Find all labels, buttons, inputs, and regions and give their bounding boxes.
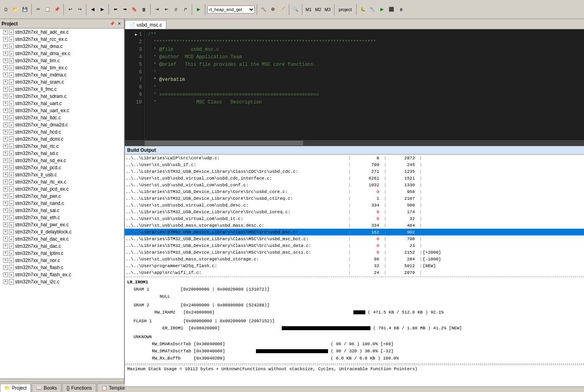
build-scrollbar[interactable] bbox=[125, 386, 584, 392]
tree-item[interactable]: + c stm32h7xx_hal_hcd.c bbox=[0, 128, 124, 136]
build-row[interactable]: ..\..\User\st_usb\usbd_mass_storage\usbd… bbox=[125, 256, 584, 262]
tree-expand-icon[interactable]: + bbox=[3, 87, 8, 92]
tree-expand-icon[interactable]: + bbox=[3, 194, 8, 199]
tree-item[interactable]: + c stm32h7xx_hal_dma2d.c bbox=[0, 121, 124, 128]
mem1-button[interactable]: M1 bbox=[304, 5, 313, 14]
undo-button[interactable]: ↩ bbox=[66, 5, 74, 14]
bottom-tab-functions[interactable]: {}Functions bbox=[62, 383, 96, 392]
tree-item[interactable]: + c stm32h7xx_hal_sai.c bbox=[0, 207, 124, 214]
tree-item[interactable]: + c stm32h7xx_hal_uart.c bbox=[0, 100, 124, 107]
tree-expand-icon[interactable]: + bbox=[3, 44, 8, 49]
tree-expand-icon[interactable]: + bbox=[3, 30, 8, 34]
tree-item[interactable]: + c stm32h7xx_hal_ltdc.c bbox=[0, 114, 124, 121]
tree-expand-icon[interactable]: + bbox=[3, 144, 8, 149]
tree-expand-icon[interactable]: + bbox=[3, 137, 8, 142]
tree-expand-icon[interactable]: + bbox=[3, 229, 8, 234]
tree-item[interactable]: + c stm32h7xx_hal_sd_ex.c bbox=[0, 157, 124, 164]
uncomment-button[interactable]: /* bbox=[181, 5, 190, 14]
build-row[interactable]: ..\..\Libraries\STM32_USB_Device_Library… bbox=[125, 235, 584, 242]
tree-expand-icon[interactable]: + bbox=[3, 272, 8, 277]
tree-item[interactable]: + c stm32h7xx_hal_nand.c bbox=[0, 200, 124, 207]
bm-clear-button[interactable]: 🗑 bbox=[139, 5, 148, 14]
tree-expand-icon[interactable]: + bbox=[3, 115, 8, 120]
build-row[interactable]: ..\..\User\st_usb\usbd_virtual_com\usbd_… bbox=[125, 182, 584, 188]
tree-item[interactable]: + c stm32h7xx_hal_dma_ex.c bbox=[0, 50, 124, 57]
debug1-button[interactable]: 🐛 bbox=[359, 5, 367, 14]
build-row[interactable]: ..\..\Libraries\LwIP\src\core\udp.c: | 8… bbox=[125, 155, 584, 161]
mem3-button[interactable]: M3 bbox=[323, 5, 332, 14]
tree-item[interactable]: + c stm32h7xx_hal_lptim.c bbox=[0, 250, 124, 257]
save-button[interactable]: 💾 bbox=[21, 5, 29, 14]
build-row[interactable]: ..\..\User\app\src\wifi_if.c: | 24 | 207… bbox=[125, 269, 584, 276]
debug2-button[interactable]: 🔧 bbox=[368, 5, 377, 14]
tree-item[interactable]: + c stm32h7xx_hal_dcmi.c bbox=[0, 136, 124, 143]
tree-item[interactable]: + c stm32h7xx_hal_mdma.c bbox=[0, 71, 124, 78]
tree-scrollbar[interactable] bbox=[0, 379, 124, 382]
tree-expand-icon[interactable]: + bbox=[3, 58, 8, 63]
bottom-tab-books[interactable]: 📖Books bbox=[32, 383, 61, 392]
redo-button[interactable]: ↪ bbox=[75, 5, 84, 14]
build-row[interactable]: ..\..\User\st_usb\usbd_virtual_com\usbd_… bbox=[125, 202, 584, 208]
build-row[interactable]: ..\..\User\programmer\W25q_flash.c: | 32… bbox=[125, 262, 584, 269]
outdent-button[interactable]: ⇤ bbox=[162, 5, 171, 14]
tree-expand-icon[interactable]: + bbox=[3, 51, 8, 56]
tree-expand-icon[interactable]: + bbox=[3, 37, 8, 42]
tree-item[interactable]: + c stm32h7xx_hal_tim.c bbox=[0, 57, 124, 64]
build-button[interactable]: 🔨 bbox=[259, 5, 268, 14]
tree-item[interactable]: + c stm32h7xx_hal_i2c.c bbox=[0, 278, 124, 285]
tree-expand-icon[interactable]: + bbox=[3, 65, 8, 70]
forward-button[interactable]: ▶ bbox=[98, 5, 107, 14]
tree-expand-icon[interactable]: + bbox=[3, 151, 8, 156]
bm-next-button[interactable]: ➡ bbox=[120, 5, 129, 14]
build-row[interactable]: ..\..\Libraries\STM32_USB_Device_Library… bbox=[125, 229, 584, 235]
new-button[interactable]: 🗋 bbox=[2, 5, 10, 14]
tree-item[interactable]: + c stm32h7xx_ll_usb.c bbox=[0, 171, 124, 178]
tree-expand-icon[interactable]: + bbox=[3, 258, 8, 263]
bottom-tab-project[interactable]: 📁Project bbox=[0, 384, 31, 392]
run-button[interactable]: ▶ bbox=[194, 5, 203, 14]
tree-expand-icon[interactable]: + bbox=[3, 172, 8, 177]
debug3-button[interactable]: ▶ bbox=[378, 5, 386, 14]
build-row[interactable]: ..\..\User\st_usb\usbd_virtual_com\usbd_… bbox=[125, 215, 584, 222]
tree-item[interactable]: + c stm32h7xx_hal_pwr_ex.c bbox=[0, 221, 124, 228]
rebuild-button[interactable]: ⚙ bbox=[269, 5, 277, 14]
editor-scrollbar-thumb[interactable] bbox=[145, 141, 303, 145]
tree-item[interactable]: + c stm32h7xx_hal_pcd_ex.c bbox=[0, 185, 124, 193]
tree-item[interactable]: + c stm32h7xx_hal_uart_ex.c bbox=[0, 107, 124, 114]
tree-item[interactable]: + c stm32h7xx_hal_adc_ex.c bbox=[0, 29, 124, 36]
debug5-button[interactable]: ⏸ bbox=[397, 5, 405, 14]
tree-expand-icon[interactable]: + bbox=[3, 94, 8, 99]
code-content[interactable]: /** ************************************… bbox=[145, 29, 584, 140]
tree-expand-icon[interactable]: + bbox=[3, 208, 8, 213]
tree-expand-icon[interactable]: + bbox=[3, 73, 8, 77]
tree-item[interactable]: + c stm32h7xx_hal_dac.c bbox=[0, 243, 124, 250]
tree-item[interactable]: + c stm32h7xx_hal_sram.c bbox=[0, 78, 124, 86]
tree-item[interactable]: + c stm32h7xx_hal_sd.c bbox=[0, 150, 124, 157]
tree-item[interactable]: + c stm32h7xx_hal_dma.c bbox=[0, 43, 124, 50]
build-row[interactable]: ..\..\Libraries\STM32_USB_Device_Library… bbox=[125, 208, 584, 215]
tree-item[interactable]: + c stm32h7xx_hal_flash.c bbox=[0, 264, 124, 271]
pin-button[interactable]: 📌 bbox=[109, 21, 115, 27]
tree-expand-icon[interactable]: + bbox=[3, 80, 8, 84]
build-row[interactable]: ..\..\User\st_usb\usb_if.c: | 709 | 245 … bbox=[125, 161, 584, 168]
clean-button[interactable]: 🧹 bbox=[278, 5, 287, 14]
comment-button[interactable]: // bbox=[172, 5, 180, 14]
tree-expand-icon[interactable]: + bbox=[3, 180, 8, 184]
tree-expand-icon[interactable]: + bbox=[3, 265, 8, 270]
function-dropdown[interactable]: rt_heap_end_get bbox=[207, 6, 255, 13]
build-row[interactable]: ..\..\Libraries\STM32_USB_Device_Library… bbox=[125, 168, 584, 175]
tree-expand-icon[interactable]: + bbox=[3, 165, 8, 170]
tree-item[interactable]: + c stm32h7xx_ll_fmc.c bbox=[0, 86, 124, 93]
tree-expand-icon[interactable]: + bbox=[3, 158, 8, 163]
tree-item[interactable]: + c stm32h7xx_ll_delayblock.c bbox=[0, 228, 124, 235]
tree-expand-icon[interactable]: + bbox=[3, 130, 8, 134]
mem2-button[interactable]: M2 bbox=[314, 5, 323, 14]
tree-item[interactable]: + c stm32h7xx_hal_pwr.c bbox=[0, 193, 124, 200]
back-button[interactable]: ◀ bbox=[88, 5, 97, 14]
editor-scrollbar[interactable] bbox=[125, 140, 584, 146]
file-tab-usbd-msc[interactable]: 📄 usbd_msc.c bbox=[125, 20, 166, 29]
build-row[interactable]: ..\..\Libraries\STM32_USB_Device_Library… bbox=[125, 188, 584, 195]
build-row[interactable]: ..\..\User\st_usb\usbd_mass_storage\usbd… bbox=[125, 222, 584, 229]
tree-expand-icon[interactable]: + bbox=[3, 244, 8, 249]
build-row[interactable]: ..\..\Libraries\STM32_USB_Device_Library… bbox=[125, 249, 584, 256]
